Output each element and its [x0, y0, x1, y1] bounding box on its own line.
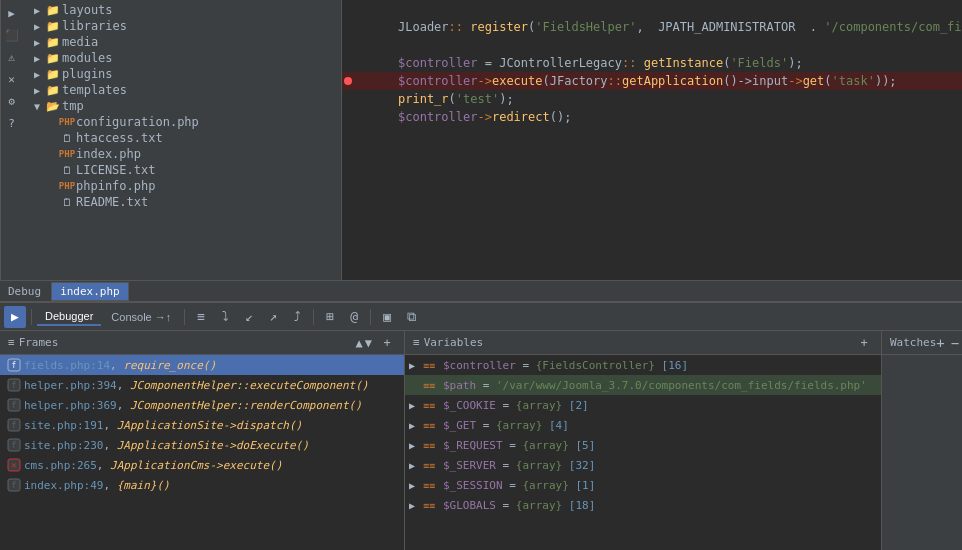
stop-icon[interactable]: ⬛ [3, 26, 21, 44]
at-icon[interactable]: @ [343, 306, 365, 328]
step-out-icon[interactable]: ↗ [262, 306, 284, 328]
code-line: print_r('test'); [342, 90, 962, 108]
breakpoint-gutter[interactable] [342, 54, 354, 72]
code-line: $controller = JControllerLegacy:: getIns… [342, 54, 962, 72]
variables-panel-menu[interactable]: + [855, 334, 873, 352]
tree-label: phpinfo.php [76, 179, 155, 193]
tree-item-plugins[interactable]: ▶ 📁 plugins [22, 66, 341, 82]
line-content: JLoader:: register('FieldsHelper', JPATH… [394, 18, 962, 36]
tree-item-templates[interactable]: ▶ 📁 templates [22, 82, 341, 98]
frames-actions: ▲ ▼ + [354, 334, 396, 352]
var-item[interactable]: ▶ ≡≡ $controller = {FieldsController} [1… [405, 355, 881, 375]
resume-icon[interactable]: ▶ [4, 306, 26, 328]
line-number [354, 36, 394, 54]
frame-item[interactable]: f site.php:230, JApplicationSite->doExec… [0, 435, 404, 455]
tab-debugger[interactable]: Debugger [37, 308, 101, 326]
var-item[interactable]: ▶ ≡≡ $_REQUEST = {array} [5] [405, 435, 881, 455]
var-text: $_COOKIE = {array} [2] [443, 399, 589, 412]
breakpoint-dot[interactable] [342, 72, 354, 90]
warning-icon[interactable]: ⚠ [3, 48, 21, 66]
frame-item[interactable]: ✕ cms.php:265, JApplicationCms->execute(… [0, 455, 404, 475]
var-item[interactable]: ▶ ≡≡ $_GET = {array} [4] [405, 415, 881, 435]
frame-item[interactable]: f helper.php:394, JComponentHelper::exec… [0, 375, 404, 395]
watches-title: Watches [890, 336, 936, 349]
frame-text: index.php:49, {main}() [24, 479, 170, 492]
tree-item-layouts[interactable]: ▶ 📁 layouts [22, 2, 341, 18]
tree-label: README.txt [76, 195, 148, 209]
var-item[interactable]: ▶ ≡≡ $_SESSION = {array} [1] [405, 475, 881, 495]
var-item[interactable]: ▶ ≡≡ $GLOBALS = {array} [18] [405, 495, 881, 515]
line-content: print_r('test'); [394, 90, 962, 108]
add-watch-button[interactable]: + [936, 336, 944, 350]
var-expand-icon[interactable]: ▶ [409, 500, 423, 511]
code-line: JLoader:: register('FieldsHelper', JPATH… [342, 18, 962, 36]
tree-item-configuration[interactable]: PHP configuration.php [22, 114, 341, 130]
breakpoint-gutter[interactable] [342, 90, 354, 108]
breakpoint-gutter[interactable] [342, 0, 354, 18]
tree-label: configuration.php [76, 115, 199, 129]
more-icon[interactable]: ⧉ [400, 306, 422, 328]
frame-item[interactable]: f helper.php:369, JComponentHelper::rend… [0, 395, 404, 415]
line-content: $controller->redirect(); [394, 108, 962, 126]
frame-text: fields.php:14, require_once() [24, 359, 216, 372]
variables-panel-header: ≡ Variables + [405, 331, 881, 355]
gear-icon[interactable]: ⚙ [3, 92, 21, 110]
evaluate-icon[interactable]: ⊞ [319, 306, 341, 328]
var-expand-icon[interactable]: ▶ [409, 460, 423, 471]
close-icon[interactable]: ✕ [3, 70, 21, 88]
frames-panel-menu[interactable]: + [378, 334, 396, 352]
var-expand-icon[interactable]: ▶ [409, 360, 423, 371]
run-to-cursor-icon[interactable]: ⤴ [286, 306, 308, 328]
tree-label: libraries [62, 19, 127, 33]
var-item[interactable]: ▶ ≡≡ $_SERVER = {array} [32] [405, 455, 881, 475]
var-expand-icon[interactable]: ▶ [409, 440, 423, 451]
tree-label: htaccess.txt [76, 131, 163, 145]
tab-console[interactable]: Console →↑ [103, 309, 179, 325]
breakpoint-gutter[interactable] [342, 18, 354, 36]
tree-item-readme[interactable]: 🗒 README.txt [22, 194, 341, 210]
breakpoint-gutter[interactable] [342, 108, 354, 126]
php-file-icon: PHP [58, 181, 76, 191]
var-expand-icon[interactable]: ▶ [409, 420, 423, 431]
code-editor[interactable]: JLoader:: register('FieldsHelper', JPATH… [342, 0, 962, 280]
tree-item-libraries[interactable]: ▶ 📁 libraries [22, 18, 341, 34]
frame-file: helper.php:394 [24, 379, 117, 392]
var-expand-icon[interactable]: ▶ [409, 480, 423, 491]
var-item-path[interactable]: ≡≡ $path = '/var/www/Joomla_3.7.0/compon… [405, 375, 881, 395]
tree-item-index[interactable]: PHP index.php [22, 146, 341, 162]
tree-item-tmp[interactable]: ▼ 📂 tmp [22, 98, 341, 114]
breakpoint-gutter[interactable] [342, 36, 354, 54]
tree-item-htaccess[interactable]: 🗒 htaccess.txt [22, 130, 341, 146]
settings-icon[interactable]: ▣ [376, 306, 398, 328]
var-item[interactable]: ▶ ≡≡ $_COOKIE = {array} [2] [405, 395, 881, 415]
step-over-icon[interactable]: ⤵ [214, 306, 236, 328]
frame-item[interactable]: f site.php:191, JApplicationSite->dispat… [0, 415, 404, 435]
step-into-icon[interactable]: ↙ [238, 306, 260, 328]
tree-arrow: ▶ [30, 5, 44, 16]
frame-down-icon[interactable]: ▼ [365, 336, 372, 350]
folder-icon: 📁 [44, 4, 62, 17]
frame-up-icon[interactable]: ▲ [356, 336, 363, 350]
tree-item-license[interactable]: 🗒 LICENSE.txt [22, 162, 341, 178]
var-expand-icon[interactable]: ▶ [409, 400, 423, 411]
txt-file-icon: 🗒 [58, 197, 76, 208]
editor-tab-index[interactable]: index.php [51, 282, 129, 301]
help-icon[interactable]: ? [3, 114, 21, 132]
frames-list[interactable]: f fields.php:14, require_once() f helper… [0, 355, 404, 550]
frame-item[interactable]: f index.php:49, {main}() [0, 475, 404, 495]
frames-icon[interactable]: ≡ [190, 306, 212, 328]
tree-item-phpinfo[interactable]: PHP phpinfo.php [22, 178, 341, 194]
tree-item-media[interactable]: ▶ 📁 media [22, 34, 341, 50]
var-text: $_SERVER = {array} [32] [443, 459, 595, 472]
run-icon[interactable]: ▶ [3, 4, 21, 22]
frame-file: site.php:230 [24, 439, 103, 452]
frames-title: ≡ Frames [8, 336, 58, 349]
frame-item[interactable]: f fields.php:14, require_once() [0, 355, 404, 375]
folder-icon: 📁 [44, 68, 62, 81]
line-number [354, 90, 394, 108]
tree-item-modules[interactable]: ▶ 📁 modules [22, 50, 341, 66]
remove-watch-button[interactable]: − [951, 336, 959, 350]
variables-list[interactable]: ▶ ≡≡ $controller = {FieldsController} [1… [405, 355, 881, 550]
frame-text: site.php:191, JApplicationSite->dispatch… [24, 419, 302, 432]
frame-text: helper.php:394, JComponentHelper::execut… [24, 379, 368, 392]
